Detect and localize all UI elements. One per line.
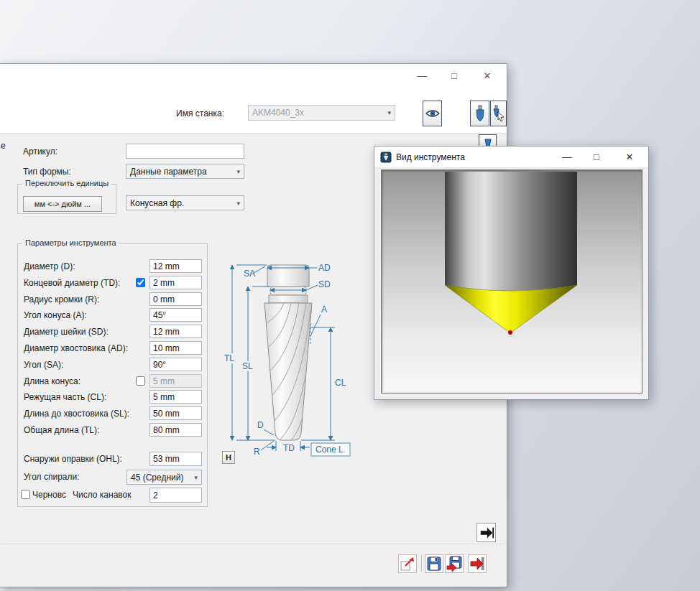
tool-display-button[interactable] xyxy=(470,101,489,126)
tool-diagram: SA AD SD A TL SL CL D R TD Cone L xyxy=(212,256,363,471)
helix-angle-select[interactable]: 45 (Средний) ▾ xyxy=(126,470,202,485)
param-label: Диаметр хвостовика (AD): xyxy=(24,343,128,353)
tool-cursor-icon xyxy=(492,105,505,122)
dim-label-td: TD xyxy=(283,443,295,453)
units-toggle-button[interactable]: мм <-> дюйм ... xyxy=(23,196,102,212)
clipped-text-fragment: е xyxy=(1,141,6,151)
form-type-label: Тип формы: xyxy=(23,167,71,177)
param-row-neck-diameter: Диаметр шейки (SD): xyxy=(18,325,207,338)
param-input-diameter[interactable] xyxy=(149,259,202,273)
param-label: Концевой диаметр (TD): xyxy=(24,278,120,288)
tool-type-select[interactable]: Конусная фр. ▾ xyxy=(126,195,244,210)
tool-parameters-groupbox: Параметры инструмента Диаметр (D): Конце… xyxy=(17,243,208,507)
tool-view-maximize-button[interactable]: □ xyxy=(584,149,609,166)
form-type-select[interactable]: Данные параметра ▾ xyxy=(126,164,244,179)
param-label: Снаружи оправки (OHL): xyxy=(24,454,122,464)
param-row-diameter: Диаметр (D): xyxy=(18,259,207,273)
param-label: Диаметр шейки (SD): xyxy=(24,327,109,337)
tool-3d-viewport[interactable] xyxy=(381,169,643,394)
param-row-shank-angle: Угол (SA): xyxy=(18,358,207,371)
eye-icon xyxy=(425,108,440,119)
param-input-cutting-length[interactable] xyxy=(149,390,202,404)
param-label: Общая длина (TL): xyxy=(24,425,99,435)
chevron-down-icon: ▾ xyxy=(194,474,198,481)
units-groupbox: Переключить единицы мм <-> дюйм ... xyxy=(17,184,116,214)
tool-view-icon xyxy=(380,152,392,163)
flutes-input[interactable] xyxy=(149,488,202,503)
param-row-helix-angle: Угол спирали: 45 (Средний) ▾ xyxy=(18,470,207,485)
param-input-overhang[interactable] xyxy=(149,452,202,466)
param-row-corner-radius: Радиус кромки (R): xyxy=(18,292,207,306)
h-button[interactable]: H xyxy=(222,451,235,464)
export-button[interactable] xyxy=(398,554,417,573)
param-label: Угол спирали: xyxy=(24,472,80,482)
view-eye-button[interactable] xyxy=(423,101,442,126)
dim-label-r: R xyxy=(254,447,260,457)
param-input-shank-diameter[interactable] xyxy=(149,341,202,355)
chevron-down-icon: ▾ xyxy=(236,168,240,175)
tool-select-button[interactable] xyxy=(490,101,507,126)
exit-button[interactable] xyxy=(468,554,487,573)
param-row-shoulder-length: Длина до хвостовика (SL): xyxy=(18,406,207,420)
param-input-total-length[interactable] xyxy=(149,423,202,437)
param-input-neck-diameter[interactable] xyxy=(149,325,202,338)
dim-label-d: D xyxy=(257,420,264,430)
close-button[interactable]: ✕ xyxy=(476,68,498,84)
machine-name-select[interactable]: AKM4040_3x ▾ xyxy=(248,105,395,121)
param-label: Диаметр (D): xyxy=(24,261,75,271)
tool-view-title: Вид инструмента xyxy=(396,152,465,162)
tool-tip-point xyxy=(508,330,512,335)
cone-length-checkbox[interactable] xyxy=(136,376,145,386)
tool-type-value: Конусная фр. xyxy=(130,198,184,208)
param-label: Угол конуса (A): xyxy=(24,310,87,320)
param-label: Угол (SA): xyxy=(24,360,63,370)
param-input-shoulder-length[interactable] xyxy=(149,406,202,420)
flutes-label: Число канавок xyxy=(73,490,132,500)
units-group-title: Переключить единицы xyxy=(22,179,111,187)
desktop-background: — □ ✕ Имя станка: AKM4040_3x ▾ xyxy=(0,0,700,591)
param-row-cone-angle: Угол конуса (A): xyxy=(18,308,207,322)
tool-view-minimize-button[interactable]: — xyxy=(554,149,580,166)
param-row-tip-diameter: Концевой диаметр (TD): xyxy=(18,276,207,289)
next-page-button[interactable] xyxy=(476,523,496,542)
dim-label-sa: SA xyxy=(244,269,255,279)
minimize-button[interactable]: — xyxy=(411,68,433,84)
save-as-button[interactable] xyxy=(445,554,464,573)
dim-label-tl: TL xyxy=(224,353,234,363)
article-input[interactable] xyxy=(126,144,244,159)
tool-drawing xyxy=(264,265,312,440)
machine-name-label: Имя станка: xyxy=(167,108,224,118)
dim-label-sl: SL xyxy=(242,361,253,371)
roughing-checkbox[interactable] xyxy=(21,490,30,499)
helix-angle-value: 45 (Средний) xyxy=(131,473,183,483)
tool-view-window: Вид инструмента — □ ✕ xyxy=(374,146,649,400)
dim-label-cl: CL xyxy=(335,378,346,388)
maximize-button[interactable]: □ xyxy=(443,68,465,84)
param-row-cone-length: Длина конуса: xyxy=(18,374,207,388)
tool-parameters-group-title: Параметры инструмента xyxy=(22,238,119,247)
tool-view-close-button[interactable]: ✕ xyxy=(614,149,645,166)
param-input-cone-angle[interactable] xyxy=(149,308,202,322)
dim-label-cone-l: Cone L xyxy=(316,445,344,455)
main-window-header: — □ ✕ Имя станка: AKM4040_3x ▾ xyxy=(0,64,507,134)
footer-divider xyxy=(1,544,506,544)
tip-diameter-checkbox[interactable] xyxy=(136,278,145,287)
arrow-right-icon xyxy=(479,525,494,541)
param-row-flutes: Черновс Число канавок xyxy=(18,488,207,503)
param-row-total-length: Общая длина (TL): xyxy=(18,423,207,437)
article-label: Артикул: xyxy=(23,146,57,157)
param-input-cone-length[interactable] xyxy=(149,374,202,388)
tool-view-titlebar[interactable]: Вид инструмента — □ ✕ xyxy=(374,146,648,168)
dim-label-ad: AD xyxy=(318,263,331,273)
param-label: Радиус кромки (R): xyxy=(24,294,99,304)
save-icon xyxy=(426,556,442,572)
param-row-overhang: Снаружи оправки (OHL): xyxy=(18,452,207,465)
export-icon xyxy=(400,556,415,572)
param-input-shank-angle[interactable] xyxy=(149,358,202,371)
param-input-corner-radius[interactable] xyxy=(149,292,202,306)
exit-icon xyxy=(469,556,485,572)
save-button[interactable] xyxy=(425,554,443,573)
param-label: Длина до хвостовика (SL): xyxy=(24,409,129,419)
param-input-tip-diameter[interactable] xyxy=(149,276,202,289)
chevron-down-icon: ▾ xyxy=(236,200,240,207)
